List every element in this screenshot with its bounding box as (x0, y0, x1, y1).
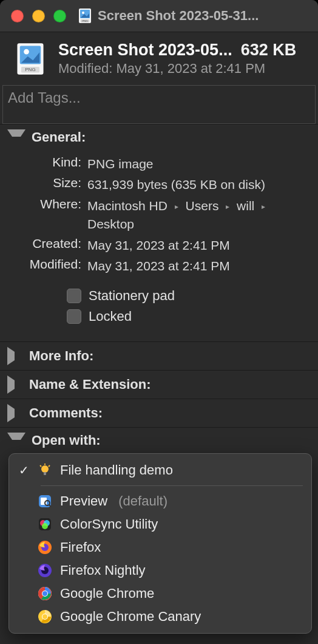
modified-label: Modified: (0, 257, 81, 272)
section-general-label: General: (32, 129, 86, 145)
titlebar: PNG Screen Shot 2023-05-31... (0, 0, 318, 32)
section-general-body: Kind: PNG image Size: 631,939 bytes (635… (0, 150, 318, 341)
chevron-right-icon (7, 375, 23, 394)
size-label: Size: (0, 176, 81, 190)
svg-text:PNG: PNG (82, 19, 87, 22)
where-label: Where: (0, 197, 81, 211)
file-header: PNG Screen Shot 2023-05... 632 KB Modifi… (0, 32, 318, 85)
section-comments-label: Comments: (29, 405, 103, 421)
section-name-ext-header[interactable]: Name & Extension: (0, 371, 318, 399)
close-button[interactable] (11, 10, 24, 22)
open-with-app-label: Firefox Nightly (60, 563, 146, 578)
open-with-app-label: ColorSync Utility (60, 516, 158, 532)
locked-label: Locked (89, 309, 132, 324)
open-with-app-label: Preview (60, 493, 107, 509)
section-open-with-header[interactable]: Open with: (0, 428, 318, 453)
titlebar-title: Screen Shot 2023-05-31... (98, 8, 259, 24)
kind-label: Kind: (0, 155, 81, 170)
section-more-info-header[interactable]: More Info: (0, 342, 318, 370)
svg-line-16 (49, 465, 50, 467)
get-info-window: PNG Screen Shot 2023-05-31... PNG Screen… (0, 0, 318, 644)
checkmark-icon: ✓ (18, 463, 30, 478)
section-name-ext-label: Name & Extension: (29, 377, 151, 392)
section-name-ext: Name & Extension: (0, 370, 318, 399)
open-with-menu[interactable]: ✓File handling demoPreview(default)Color… (8, 453, 312, 634)
open-with-app-label: Firefox (60, 540, 101, 555)
locked-checkbox[interactable] (67, 309, 81, 324)
svg-point-24 (42, 523, 48, 529)
preview-icon (37, 493, 53, 509)
where-path-segment: will (237, 199, 254, 213)
where-path-segment: Users (186, 199, 219, 213)
open-with-app-label: Google Chrome (60, 586, 154, 601)
svg-point-35 (42, 614, 47, 619)
file-size-short: 632 KB (241, 41, 297, 60)
window-controls (11, 10, 66, 22)
chevron-right-icon (7, 404, 23, 422)
section-general: General: Kind: PNG image Size: 631,939 b… (0, 124, 318, 341)
minimize-button[interactable] (32, 10, 45, 22)
open-with-menu-item[interactable]: Google Chrome Canary (9, 605, 311, 628)
section-more-info-label: More Info: (29, 348, 93, 364)
section-more-info: More Info: (0, 341, 318, 370)
open-with-menu-item[interactable]: Google Chrome (9, 582, 311, 605)
open-with-menu-item[interactable]: Firefox Nightly (9, 559, 311, 582)
open-with-app-label: Google Chrome Canary (60, 609, 201, 625)
section-open-with-label: Open with: (32, 433, 101, 448)
chevron-down-icon (7, 433, 25, 448)
svg-point-2 (82, 12, 84, 14)
section-general-header[interactable]: General: (0, 125, 318, 150)
firefox-nightly-icon (37, 563, 53, 578)
file-modified-line: Modified: May 31, 2023 at 2:41 PM (58, 61, 308, 77)
stationery-label: Stationery pad (89, 288, 175, 304)
chrome-icon (37, 586, 53, 601)
kind-value: PNG image (87, 155, 154, 173)
file-icon: PNG (13, 42, 47, 76)
svg-point-8 (24, 49, 29, 54)
stationery-checkbox[interactable] (67, 289, 81, 303)
bulb-icon (37, 462, 53, 478)
open-with-menu-item[interactable]: ✓File handling demo (9, 459, 311, 482)
where-value: Macintosh HD ▸ Users ▸ will ▸ Desktop (87, 197, 310, 234)
created-label: Created: (0, 236, 81, 251)
path-separator-icon: ▸ (262, 202, 265, 211)
colorsync-icon (37, 516, 53, 532)
where-path-segment: Desktop (87, 217, 134, 231)
open-with-menu-item[interactable]: ColorSync Utility (9, 513, 311, 536)
svg-text:PNG: PNG (25, 67, 35, 72)
open-with-app-label: File handling demo (60, 462, 173, 478)
path-separator-icon: ▸ (175, 202, 178, 211)
file-header-texts: Screen Shot 2023-05... 632 KB Modified: … (58, 41, 308, 77)
svg-rect-13 (44, 472, 46, 475)
titlebar-file-icon: PNG (78, 8, 92, 24)
svg-line-15 (40, 465, 41, 467)
chevron-down-icon (7, 129, 25, 145)
path-separator-icon: ▸ (226, 202, 229, 211)
open-with-menu-item[interactable]: Preview(default) (9, 490, 311, 513)
modified-value: May 31, 2023 at 2:41 PM (87, 257, 230, 275)
svg-point-12 (41, 465, 49, 473)
default-suffix: (default) (118, 493, 167, 509)
menu-separator (41, 485, 303, 486)
section-open-with: Open with: ✓File handling demoPreview(de… (0, 427, 318, 640)
tags-input[interactable]: Add Tags... (2, 85, 316, 124)
section-comments-header[interactable]: Comments: (0, 399, 318, 427)
created-value: May 31, 2023 at 2:41 PM (87, 236, 230, 255)
firefox-icon (37, 540, 53, 555)
file-name: Screen Shot 2023-05... (58, 41, 232, 60)
where-path-segment: Macintosh HD (87, 199, 167, 213)
chrome-canary-icon (37, 609, 53, 625)
section-comments: Comments: (0, 399, 318, 427)
zoom-button[interactable] (53, 10, 66, 22)
open-with-menu-item[interactable]: Firefox (9, 536, 311, 559)
size-value: 631,939 bytes (635 KB on disk) (87, 176, 265, 194)
svg-point-32 (42, 591, 47, 596)
chevron-right-icon (7, 347, 23, 365)
